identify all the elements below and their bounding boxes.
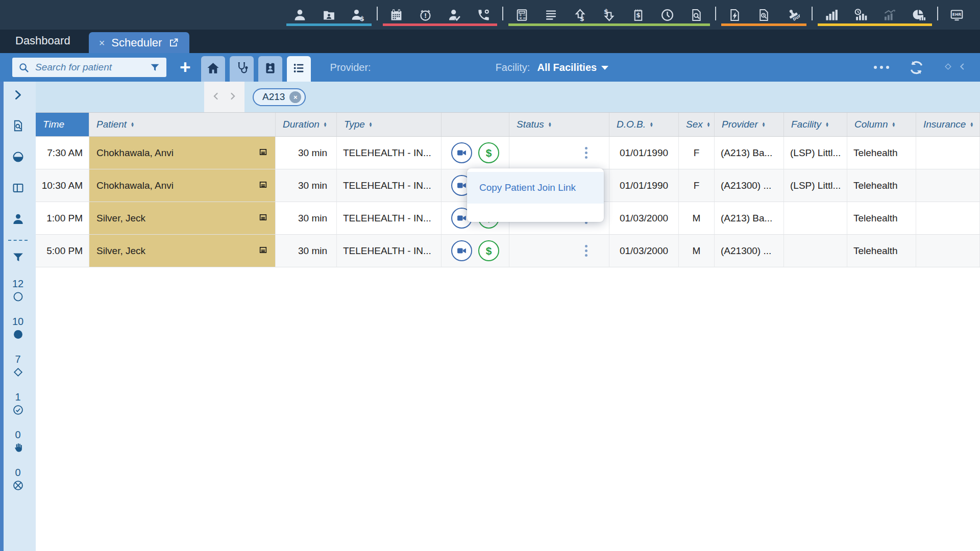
start-video-button[interactable] <box>451 142 472 163</box>
time-clock-icon[interactable] <box>660 8 674 22</box>
view-button-patient-badge[interactable] <box>258 56 282 82</box>
chevron-right-icon[interactable] <box>228 91 237 103</box>
collapse-left-icon[interactable] <box>958 62 967 73</box>
column-header-facility[interactable]: Facility▴▾ <box>784 113 847 136</box>
money-down-icon[interactable]: $ <box>602 8 616 22</box>
patient-cell[interactable]: Silver, Jeck <box>89 202 276 234</box>
facility-label: Facility: <box>496 62 530 73</box>
chevron-left-icon[interactable] <box>211 91 221 103</box>
popout-icon[interactable] <box>168 37 179 48</box>
calculator-icon[interactable]: +−×= <box>515 8 529 22</box>
sidebar-tool-chevron-right[interactable] <box>12 89 24 103</box>
alarm-clock-icon[interactable]: ! <box>419 8 432 22</box>
sidebar-counter-diamond-outline[interactable]: 7 <box>12 354 24 380</box>
tab-dashboard[interactable]: Dashboard <box>0 34 89 53</box>
sort-icon[interactable]: ▴▾ <box>826 122 828 128</box>
patient-cell[interactable]: Chokhawala, Anvi <box>89 137 276 169</box>
topbar-separator <box>937 7 938 20</box>
remove-chip-icon[interactable]: × <box>289 91 301 103</box>
view-button-home[interactable] <box>201 56 225 82</box>
sort-icon[interactable]: ▴▾ <box>131 122 134 128</box>
billing-button[interactable]: $ <box>478 240 499 261</box>
sort-icon[interactable]: ▴▾ <box>970 122 973 128</box>
more-options-button[interactable] <box>874 66 889 69</box>
start-video-button[interactable] <box>451 240 472 261</box>
sort-icon[interactable]: ▴▾ <box>707 122 710 128</box>
sort-icon[interactable]: ▴▾ <box>324 122 327 128</box>
home-icon <box>206 61 220 77</box>
type-cell: TELEHEALTH - IN... <box>337 202 442 234</box>
patient-search-box[interactable] <box>12 58 166 77</box>
calendar-icon[interactable] <box>389 8 403 22</box>
sort-icon[interactable]: ▴▾ <box>370 122 372 128</box>
svg-text:$: $ <box>580 14 584 21</box>
sidebar-tool-columns[interactable] <box>12 182 24 196</box>
column-header-duration[interactable]: Duration▴▾ <box>276 113 337 136</box>
appointment-row[interactable]: 5:00 PMSilver, Jeck30 minTELEHEALTH - IN… <box>36 235 980 267</box>
column-header-insurance[interactable]: Insurance▴▾ <box>916 113 980 136</box>
billing-button[interactable]: $ <box>478 142 499 163</box>
patient-name: Silver, Jeck <box>96 245 145 257</box>
sort-icon[interactable]: ▴▾ <box>549 122 551 128</box>
filter-funnel-icon[interactable] <box>150 62 160 73</box>
pie-bar-chart-icon[interactable] <box>912 8 925 22</box>
patient-dollar-icon[interactable]: $ <box>351 8 365 22</box>
appointment-row[interactable]: 7:30 AMChokhawala, Anvi30 minTELEHEALTH … <box>36 137 980 169</box>
document-review-icon[interactable] <box>757 8 771 22</box>
list-menu-icon[interactable] <box>544 8 558 22</box>
sort-icon[interactable]: ▴▾ <box>650 122 653 128</box>
patient-folder-icon[interactable] <box>322 8 336 22</box>
add-appointment-button[interactable]: + <box>180 60 191 75</box>
ehr-monitor-icon[interactable]: EHR <box>950 8 964 22</box>
column-header-provider[interactable]: Provider▴▾ <box>715 113 784 136</box>
filter-chip[interactable]: A213 × <box>253 88 306 106</box>
column-header-dob[interactable]: D.O.B.▴▾ <box>609 113 679 136</box>
stethoscope-icon <box>235 61 249 77</box>
trend-chart-icon[interactable] <box>883 8 896 22</box>
column-header-patient[interactable]: Patient▴▾ <box>89 113 276 136</box>
tab-scheduler[interactable]: × Scheduler <box>89 32 190 53</box>
sidebar-tool-half-circle[interactable] <box>12 151 24 165</box>
copy-patient-join-link-item[interactable]: Copy Patient Join Link <box>467 172 604 204</box>
view-button-list-view[interactable] <box>287 56 311 82</box>
money-up-icon[interactable]: $ <box>573 8 587 22</box>
diamond-icon[interactable] <box>944 62 952 73</box>
patient-cell[interactable]: Silver, Jeck <box>89 235 276 267</box>
sort-icon[interactable]: ▴▾ <box>892 122 895 128</box>
sidebar-tool-person[interactable] <box>12 213 24 228</box>
column-header-sex[interactable]: Sex▴▾ <box>679 113 715 136</box>
list-view-icon <box>292 61 306 77</box>
bar-chart-icon[interactable] <box>824 8 838 22</box>
time-bar-chart-icon[interactable] <box>853 8 867 22</box>
sidebar-counter-hand[interactable]: 0 <box>12 429 24 456</box>
refresh-button[interactable] <box>909 60 924 76</box>
column-header-column[interactable]: Column▴▾ <box>847 113 916 136</box>
sidebar-counter-circle-x[interactable]: 0 <box>12 467 24 493</box>
sidebar-counter-circle-filled[interactable]: 10 <box>12 316 24 342</box>
patient-cell[interactable]: Chokhawala, Anvi <box>89 169 276 202</box>
person-icon[interactable] <box>293 8 307 22</box>
half-circle-icon <box>12 151 24 165</box>
stamp-due-icon[interactable]: DUE <box>786 8 800 22</box>
document-search-icon[interactable] <box>690 8 703 22</box>
sort-icon[interactable]: ▴▾ <box>763 122 765 128</box>
column-header-type[interactable]: Type▴▾ <box>337 113 442 136</box>
insurance-cell <box>916 137 980 169</box>
receipt-dollar-icon[interactable]: $ <box>631 8 645 22</box>
phone-icon[interactable] <box>477 8 491 22</box>
search-input[interactable] <box>34 61 144 73</box>
patient-check-icon[interactable] <box>448 8 461 22</box>
sidebar-counter-circle-outline[interactable]: 12 <box>12 278 24 305</box>
sidebar-tool-document-search[interactable] <box>12 119 24 134</box>
duration-cell: 30 min <box>276 169 337 202</box>
document-flash-icon[interactable] <box>728 8 742 22</box>
type-cell: TELEHEALTH - IN... <box>337 137 442 169</box>
facility-dropdown[interactable]: All Facilities <box>537 62 608 73</box>
column-header-status[interactable]: Status▴▾ <box>509 113 609 136</box>
sidebar-counter-check-circle[interactable]: 1 <box>12 391 24 418</box>
row-menu-button[interactable] <box>585 147 587 159</box>
row-menu-button[interactable] <box>585 245 587 257</box>
sidebar-tool-funnel[interactable] <box>12 251 24 266</box>
view-button-stethoscope[interactable] <box>230 56 254 82</box>
close-tab-icon[interactable]: × <box>99 38 105 48</box>
